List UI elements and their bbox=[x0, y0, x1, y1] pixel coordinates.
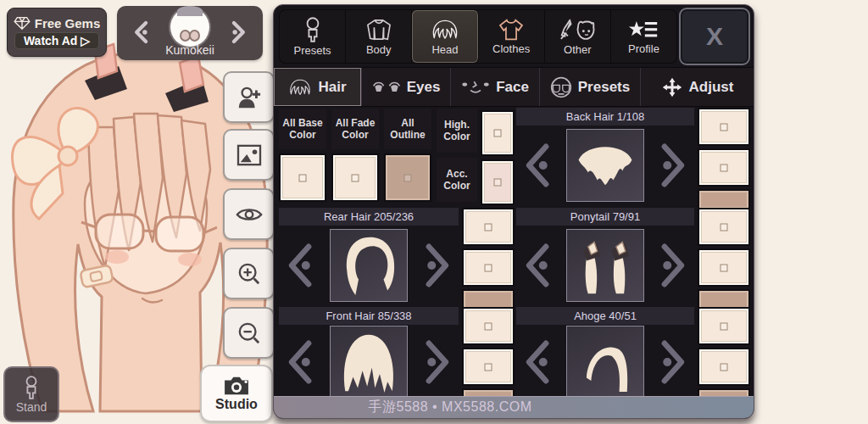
zoom-out-icon bbox=[237, 321, 261, 345]
star-list-icon bbox=[628, 19, 659, 41]
zoom-out-button[interactable] bbox=[223, 307, 275, 359]
subtab-adjust[interactable]: Adjust bbox=[641, 68, 754, 106]
prev-arrow[interactable] bbox=[520, 239, 554, 292]
fade-color-swatch[interactable] bbox=[698, 148, 750, 187]
customization-panel: Presets Body Head Clothes Other Profile … bbox=[273, 4, 754, 419]
tab-label: Body bbox=[366, 43, 392, 56]
high-color-swatch[interactable] bbox=[481, 110, 515, 156]
blush-left bbox=[105, 250, 129, 264]
fade-color-swatch[interactable] bbox=[698, 248, 750, 287]
next-arrow[interactable] bbox=[657, 139, 691, 192]
ahoge-preview[interactable] bbox=[566, 326, 644, 399]
fade-color-swatch[interactable] bbox=[698, 348, 750, 386]
close-icon: X bbox=[706, 22, 723, 51]
base-color-swatch[interactable] bbox=[698, 208, 750, 246]
background-button[interactable] bbox=[223, 129, 275, 181]
tshirt-icon bbox=[498, 19, 524, 41]
all-base-color-swatch[interactable] bbox=[279, 153, 326, 202]
character-avatar bbox=[170, 8, 209, 47]
section-title: Back Hair 1/108 bbox=[516, 108, 694, 126]
tab-body[interactable]: Body bbox=[346, 10, 412, 63]
acc-color-swatch[interactable] bbox=[481, 159, 515, 205]
all-fade-color-label: All Fade Color bbox=[331, 109, 379, 149]
prev-arrow[interactable] bbox=[520, 336, 554, 388]
hide-ui-button[interactable] bbox=[223, 188, 275, 240]
watermark-text: 手游5588 • MX5588.COM bbox=[369, 399, 532, 416]
section-ahoge: Ahoge 40/51 bbox=[516, 304, 750, 398]
zoom-in-icon bbox=[237, 262, 261, 286]
tab-label: Profile bbox=[628, 42, 659, 55]
rear-hair-preview[interactable] bbox=[330, 229, 408, 302]
subtab-presets[interactable]: Presets bbox=[540, 68, 641, 106]
tab-label: Presets bbox=[294, 44, 331, 57]
character-name: Kumokeii bbox=[117, 43, 263, 57]
tab-presets[interactable]: Presets bbox=[280, 10, 346, 63]
base-color-swatch[interactable] bbox=[698, 108, 750, 146]
prev-character-arrow[interactable] bbox=[131, 18, 151, 47]
next-arrow[interactable] bbox=[421, 336, 455, 388]
tab-label: Head bbox=[431, 43, 458, 56]
all-outline-label: All Outline bbox=[384, 109, 431, 149]
all-fade-color-swatch[interactable] bbox=[331, 153, 379, 202]
color-options-block: All Base Color All Fade Color All Outlin… bbox=[279, 105, 515, 204]
image-icon bbox=[236, 144, 262, 166]
front-hair-preview[interactable] bbox=[330, 326, 408, 399]
camera-icon bbox=[222, 375, 251, 397]
blush-right bbox=[178, 253, 202, 266]
section-title: Front Hair 85/338 bbox=[279, 307, 459, 325]
tab-label: Other bbox=[564, 43, 592, 56]
free-gems-label: Free Gems bbox=[35, 16, 101, 31]
face-presets-icon bbox=[550, 76, 572, 98]
free-gems-panel: Free Gems Watch Ad ▷ bbox=[7, 8, 107, 57]
back-hair-preview[interactable] bbox=[566, 129, 644, 202]
next-arrow[interactable] bbox=[657, 336, 691, 388]
adjust-move-icon bbox=[661, 76, 683, 98]
prev-arrow[interactable] bbox=[282, 336, 316, 388]
tab-other[interactable]: Other bbox=[545, 10, 611, 63]
subtab-label: Eyes bbox=[407, 79, 441, 96]
tab-clothes[interactable]: Clothes bbox=[479, 10, 545, 63]
subtab-label: Presets bbox=[578, 79, 630, 96]
zoom-in-button[interactable] bbox=[223, 248, 275, 299]
section-back-hair: Back Hair 1/108 bbox=[516, 105, 750, 204]
subtab-face[interactable]: Face bbox=[451, 68, 540, 106]
subtab-label: Face bbox=[496, 79, 529, 96]
all-outline-swatch[interactable] bbox=[384, 153, 431, 202]
section-rear-hair: Rear Hair 205/236 bbox=[279, 205, 515, 304]
watch-ad-button[interactable]: Watch Ad ▷ bbox=[14, 32, 99, 49]
next-arrow[interactable] bbox=[421, 239, 455, 292]
subtab-hair[interactable]: Hair bbox=[274, 68, 362, 106]
ponytail-preview[interactable] bbox=[566, 229, 644, 302]
prev-arrow[interactable] bbox=[520, 139, 554, 192]
face-features-icon bbox=[461, 80, 490, 95]
studio-button[interactable]: Studio bbox=[200, 365, 273, 422]
tab-head[interactable]: Head bbox=[412, 10, 478, 63]
next-arrow[interactable] bbox=[657, 239, 691, 292]
add-character-button[interactable] bbox=[223, 71, 275, 123]
eyes-icon bbox=[372, 80, 401, 95]
studio-label: Studio bbox=[215, 397, 258, 412]
stand-button[interactable]: Stand bbox=[3, 366, 59, 422]
eye-icon bbox=[236, 205, 263, 224]
prev-arrow[interactable] bbox=[282, 239, 316, 292]
watermark-bar: 手游5588 • MX5588.COM bbox=[274, 396, 754, 418]
tab-profile[interactable]: Profile bbox=[611, 10, 676, 63]
high-color-label: High. Color bbox=[437, 109, 477, 153]
tab-label: Clothes bbox=[492, 42, 530, 55]
base-color-swatch[interactable] bbox=[462, 307, 515, 345]
sword-cat-icon bbox=[559, 18, 595, 42]
fade-color-swatch[interactable] bbox=[462, 248, 515, 287]
sub-tab-bar: Hair Eyes Face Presets Adjust bbox=[274, 67, 754, 107]
presets-person-icon bbox=[303, 17, 322, 42]
base-color-swatch[interactable] bbox=[698, 307, 750, 345]
stand-label: Stand bbox=[16, 400, 47, 414]
main-tab-bar: Presets Body Head Clothes Other Profile bbox=[279, 9, 677, 64]
next-character-arrow[interactable] bbox=[229, 18, 249, 47]
base-color-swatch[interactable] bbox=[462, 208, 515, 246]
subtab-eyes[interactable]: Eyes bbox=[362, 68, 451, 106]
close-button[interactable]: X bbox=[679, 8, 750, 65]
fade-color-swatch[interactable] bbox=[462, 348, 515, 386]
section-title: Rear Hair 205/236 bbox=[279, 208, 459, 226]
section-title: Ponytail 79/91 bbox=[516, 208, 694, 226]
section-title: Ahoge 40/51 bbox=[516, 307, 694, 325]
